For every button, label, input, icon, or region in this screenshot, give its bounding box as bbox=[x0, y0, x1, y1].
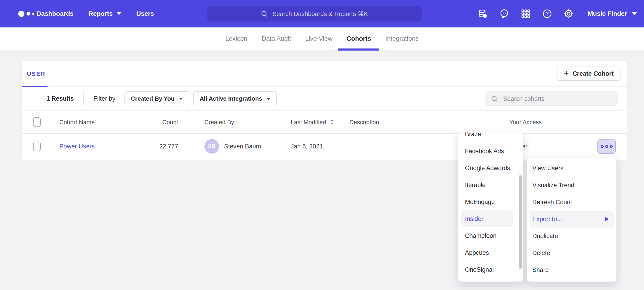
apps-grid-icon[interactable] bbox=[520, 9, 531, 19]
filter-integrations-value: All Active Integrations bbox=[200, 95, 262, 102]
data-management-icon[interactable] bbox=[478, 9, 488, 19]
create-cohort-button[interactable]: + Create Cohort bbox=[557, 67, 620, 81]
nav-item-label: Dashboards bbox=[36, 10, 74, 17]
filter-by-label: Filter by bbox=[94, 95, 115, 102]
export-option-facebook-ads[interactable]: Facebook Ads bbox=[461, 143, 513, 160]
column-created-by[interactable]: Created By bbox=[204, 111, 234, 133]
tab-user-cohorts[interactable]: USER bbox=[27, 71, 46, 77]
export-option-iterable[interactable]: Iterable bbox=[461, 177, 513, 194]
submenu-scrollbar[interactable] bbox=[519, 175, 522, 269]
column-your-access[interactable]: Your Access bbox=[509, 111, 542, 133]
tab-data-audit[interactable]: Data Audit bbox=[262, 28, 291, 50]
top-nav: Dashboards Reports Users Search Dashboar… bbox=[0, 0, 644, 28]
dot-icon bbox=[610, 145, 613, 148]
menu-item-visualize-trend[interactable]: Visualize Trend bbox=[530, 177, 614, 194]
dot-icon bbox=[600, 145, 604, 148]
created-by-cell: SB Steven Baum bbox=[204, 134, 261, 159]
create-cohort-label: Create Cohort bbox=[572, 70, 614, 77]
screen: Dashboards Reports Users Search Dashboar… bbox=[0, 0, 644, 290]
plus-icon: + bbox=[564, 69, 569, 78]
nav-item-reports[interactable]: Reports bbox=[88, 10, 121, 17]
feedback-icon[interactable] bbox=[499, 9, 510, 19]
column-count[interactable]: Count bbox=[131, 111, 178, 133]
dot-icon bbox=[605, 145, 608, 148]
created-by-name: Steven Baum bbox=[224, 143, 261, 150]
filter-row: 1 Results Filter by Created By You All A… bbox=[22, 87, 627, 111]
menu-item-share[interactable]: Share bbox=[530, 261, 614, 278]
menu-item-export-to[interactable]: Export to... bbox=[530, 211, 614, 228]
global-search-placeholder: Search Dashboards & Reports ⌘K bbox=[272, 10, 368, 18]
filter-created-by-value: Created By You bbox=[131, 95, 174, 102]
data-management-tabbar: Lexicon Data Audit Live View Cohorts Int… bbox=[0, 28, 644, 50]
export-to-submenu: Braze Facebook Ads Google Adwords Iterab… bbox=[458, 132, 524, 282]
menu-item-delete[interactable]: Delete bbox=[530, 244, 614, 261]
nav-item-dashboards[interactable]: Dashboards bbox=[36, 10, 74, 17]
column-last-modified[interactable]: Last Modified bbox=[291, 111, 334, 133]
export-to-list: Braze Facebook Ads Google Adwords Iterab… bbox=[458, 132, 523, 278]
tab-lexicon[interactable]: Lexicon bbox=[226, 28, 248, 50]
nav-item-label: Reports bbox=[88, 10, 113, 17]
cohort-count: 22,777 bbox=[131, 134, 178, 159]
menu-item-duplicate[interactable]: Duplicate bbox=[530, 228, 614, 244]
project-name: Music Finder bbox=[588, 10, 627, 17]
divider bbox=[83, 92, 84, 105]
column-last-modified-label: Last Modified bbox=[291, 119, 326, 126]
export-option-appcues[interactable]: Appcues bbox=[461, 244, 513, 261]
export-option-insider[interactable]: Insider bbox=[461, 210, 513, 227]
help-icon[interactable]: ? bbox=[542, 9, 552, 19]
caret-down-icon bbox=[267, 98, 270, 100]
cohort-name-link[interactable]: Power Users bbox=[60, 143, 95, 150]
caret-down-icon bbox=[117, 12, 121, 15]
avatar: SB bbox=[204, 139, 219, 154]
caret-down-icon bbox=[179, 98, 183, 100]
row-checkbox[interactable] bbox=[33, 141, 41, 151]
column-description[interactable]: Description bbox=[350, 111, 379, 133]
column-cohort-name[interactable]: Cohort Name bbox=[60, 111, 95, 133]
last-modified-cell: Jan 6, 2021 bbox=[291, 134, 323, 159]
mixpanel-logo-icon[interactable] bbox=[18, 0, 34, 28]
cohort-context-menu: View Users Visualize Trend Refresh Count… bbox=[526, 158, 616, 282]
project-switcher[interactable]: Music Finder bbox=[588, 10, 637, 17]
table-row: Power Users 22,777 SB Steven Baum Jan 6,… bbox=[22, 134, 627, 159]
card-header: USER + Create Cohort bbox=[22, 61, 627, 87]
nav-right: ? Music Finder bbox=[478, 0, 637, 28]
svg-text:?: ? bbox=[546, 11, 549, 17]
export-option-chameleon[interactable]: Chameleon bbox=[461, 227, 513, 244]
context-menu-list: View Users Visualize Trend Refresh Count… bbox=[527, 160, 616, 278]
nav-item-users[interactable]: Users bbox=[136, 10, 154, 17]
cohort-search bbox=[485, 91, 618, 106]
menu-item-view-users[interactable]: View Users bbox=[530, 160, 614, 177]
export-option-google-adwords[interactable]: Google Adwords bbox=[461, 160, 513, 177]
nav-item-label: Users bbox=[136, 10, 154, 17]
menu-item-export-to-label: Export to... bbox=[532, 216, 562, 223]
global-search-bar[interactable]: Search Dashboards & Reports ⌘K bbox=[207, 6, 422, 22]
filter-integrations-dropdown[interactable]: All Active Integrations bbox=[193, 91, 277, 106]
tab-cohorts[interactable]: Cohorts bbox=[347, 28, 371, 50]
results-count: 1 Results bbox=[46, 95, 74, 102]
export-option-onesignal[interactable]: OneSignal bbox=[461, 261, 513, 278]
more-options-button[interactable] bbox=[598, 139, 616, 154]
caret-down-icon bbox=[632, 12, 637, 15]
settings-gear-icon[interactable] bbox=[564, 9, 574, 19]
sort-icon bbox=[329, 119, 334, 125]
filter-created-by-dropdown[interactable]: Created By You bbox=[124, 91, 189, 106]
tab-integrations[interactable]: Integrations bbox=[385, 28, 418, 50]
table-header: Cohort Name Count Created By Last Modifi… bbox=[22, 111, 627, 134]
export-option-braze[interactable]: Braze bbox=[461, 132, 513, 143]
search-icon bbox=[260, 10, 268, 18]
export-option-moengage[interactable]: MoEngage bbox=[461, 194, 513, 210]
menu-item-refresh-count[interactable]: Refresh Count bbox=[530, 194, 614, 211]
submenu-arrow-icon bbox=[605, 217, 608, 221]
primary-nav: Dashboards Reports Users bbox=[36, 0, 154, 28]
cohort-search-input[interactable] bbox=[485, 91, 618, 106]
select-all-checkbox[interactable] bbox=[33, 117, 41, 127]
cohorts-card: USER + Create Cohort 1 Results Filter by… bbox=[22, 61, 627, 160]
tab-live-view[interactable]: Live View bbox=[305, 28, 332, 50]
